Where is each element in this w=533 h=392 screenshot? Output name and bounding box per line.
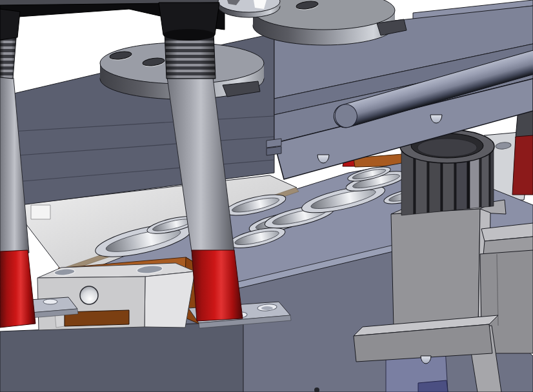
tower-front-face[interactable] <box>391 209 480 330</box>
bolt-cap-bottom <box>163 29 215 41</box>
cylinder-fin <box>490 146 494 206</box>
die-shoe-front-face <box>0 322 243 392</box>
cylinder-bore-floor <box>417 139 477 157</box>
cam-block-bore <box>80 286 98 304</box>
bolt-red-sleeve[interactable] <box>192 250 243 321</box>
rear-spring-red[interactable] <box>512 135 533 195</box>
left-bolt-cap <box>0 9 20 40</box>
left-pad-hole <box>43 299 57 304</box>
cad-viewport[interactable] <box>0 0 533 392</box>
pad-hole-inner <box>261 306 273 310</box>
wedge-step <box>31 205 50 219</box>
